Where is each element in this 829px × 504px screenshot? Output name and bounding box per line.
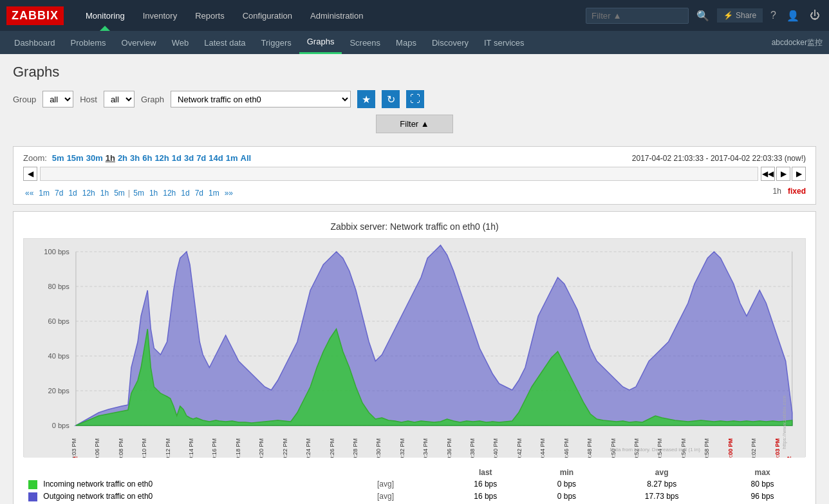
pag-1m-l[interactable]: 1m (37, 189, 51, 198)
nav-configuration[interactable]: Configuration (234, 0, 301, 31)
zoom-7d[interactable]: 7d (196, 153, 206, 163)
favorite-button[interactable]: ★ (357, 90, 375, 108)
nav-left-double[interactable]: ◀◀ (761, 167, 775, 181)
tab-discovery[interactable]: Discovery (424, 31, 476, 54)
top-nav-links: Monitoring Inventory Reports Configurati… (77, 0, 586, 31)
pag-1h-r[interactable]: 1h (147, 189, 160, 198)
tab-latest-data[interactable]: Latest data (196, 31, 253, 54)
tab-overview[interactable]: Overview (114, 31, 164, 54)
svg-text:09:12 PM: 09:12 PM (165, 438, 171, 458)
pag-start[interactable]: «« (23, 189, 35, 198)
pag-12h-r[interactable]: 12h (161, 189, 178, 198)
nav-monitoring[interactable]: Monitoring (77, 0, 134, 31)
nav-left-button[interactable]: ◀ (23, 167, 37, 181)
zoom-1d[interactable]: 1d (172, 153, 182, 163)
svg-text:09:48 PM: 09:48 PM (586, 438, 593, 458)
tab-triggers[interactable]: Triggers (254, 31, 299, 54)
svg-text:09:34 PM: 09:34 PM (422, 438, 429, 458)
nav-bar-row: ◀ ◀◀ ▶ ▶ (23, 167, 806, 181)
zoom-controls: Zoom: 5m 15m 30m 1h 2h 3h 6h 12h 1d 3d 7… (23, 153, 251, 163)
nav-right-single[interactable]: ▶ (792, 167, 806, 181)
search-input[interactable] (586, 8, 689, 24)
user-icon[interactable]: 👤 (784, 7, 802, 24)
pag-12h-l[interactable]: 12h (80, 189, 97, 198)
pag-end[interactable]: »» (223, 189, 235, 198)
zoom-3h[interactable]: 3h (130, 153, 140, 163)
pag-5m-l[interactable]: 5m (112, 189, 127, 198)
zoom-30m[interactable]: 30m (86, 153, 103, 163)
share-button[interactable]: ⚡ Share (717, 8, 763, 23)
tab-problems[interactable]: Problems (63, 31, 114, 54)
zoom-section: Zoom: 5m 15m 30m 1h 2h 3h 6h 12h 1d 3d 7… (13, 146, 816, 205)
incoming-max: 80 bps (719, 478, 806, 490)
refresh-button[interactable]: ↻ (382, 90, 400, 108)
zoom-all[interactable]: All (241, 153, 252, 163)
tab-maps[interactable]: Maps (388, 31, 424, 54)
svg-text:10:00 PM: 10:00 PM (727, 438, 734, 458)
search-icon[interactable]: 🔍 (694, 7, 712, 24)
tab-it-services[interactable]: IT services (476, 31, 532, 54)
host-label: Host (80, 95, 97, 104)
zoom-1h[interactable]: 1h (106, 153, 115, 163)
nav-administration[interactable]: Administration (301, 0, 372, 31)
zoom-1m[interactable]: 1m (226, 153, 238, 163)
outgoing-last: 16 bps (442, 490, 529, 503)
pag-1d-l[interactable]: 1d (66, 189, 79, 198)
tab-dashboard[interactable]: Dashboard (6, 31, 63, 54)
zoom-6h[interactable]: 6h (142, 153, 152, 163)
nav-inventory[interactable]: Inventory (134, 0, 186, 31)
nav-reports[interactable]: Reports (186, 0, 234, 31)
zoom-2h[interactable]: 2h (118, 153, 127, 163)
svg-text:Data from history. Decreased i: Data from history. Decreased in 8 (1 in) (610, 447, 701, 453)
svg-text:04/02: 04/02 (72, 456, 79, 458)
filter-toggle[interactable]: Filter ▲ (376, 115, 453, 133)
tab-graphs[interactable]: Graphs (299, 31, 342, 54)
incoming-label: Incoming network traffic on eth0 (43, 480, 153, 489)
graph-title: Zabbix server: Network traffic on eth0 (… (23, 221, 806, 232)
outgoing-max: 96 bps (719, 490, 806, 503)
graph-select[interactable]: Network traffic on eth0 (171, 91, 351, 107)
svg-text:09:38 PM: 09:38 PM (469, 438, 476, 458)
pag-1d-r[interactable]: 1d (179, 189, 191, 198)
pag-5m-r[interactable]: 5m (131, 189, 146, 198)
pagination-links: «« 1m 7d 1d 12h 1h 5m | 5m 1h 12h 1d 7d … (23, 188, 235, 198)
svg-text:09:32 PM: 09:32 PM (399, 438, 405, 458)
zoom-14d[interactable]: 14d (209, 153, 223, 163)
graph-legend: last min avg max Incoming network traffi… (23, 467, 806, 504)
group-label: Group (13, 95, 36, 104)
group-select[interactable]: all (42, 91, 73, 107)
zoom-15m[interactable]: 15m (67, 153, 84, 163)
top-nav-right: 🔍 ⚡ Share ? 👤 ⏻ (586, 7, 823, 24)
outgoing-min: 0 bps (529, 490, 605, 503)
svg-text:40 bps: 40 bps (48, 352, 70, 360)
chart-svg: 100 bps 80 bps 60 bps 40 bps 20 bps 0 bp… (24, 239, 805, 458)
top-navigation: ZABBIX Monitoring Inventory Reports Conf… (0, 0, 829, 31)
help-icon[interactable]: ? (768, 7, 779, 24)
pag-1h-l[interactable]: 1h (98, 189, 111, 198)
tab-web[interactable]: Web (164, 31, 197, 54)
pag-1m-r[interactable]: 1m (207, 189, 221, 198)
nav-timeline-bar[interactable] (40, 167, 758, 181)
outgoing-label: Outgoing network traffic on eth0 (43, 492, 153, 501)
fullscreen-button[interactable]: ⛶ (406, 90, 424, 108)
legend-incoming: Incoming network traffic on eth0 [avg] 1… (23, 478, 806, 490)
svg-text:09:28 PM: 09:28 PM (352, 438, 359, 458)
pagination-row: «« 1m 7d 1d 12h 1h 5m | 5m 1h 12h 1d 7d … (23, 185, 806, 198)
nav-right-btn[interactable]: ▶ (776, 167, 790, 181)
incoming-color-box (28, 480, 37, 489)
zoom-5m[interactable]: 5m (52, 153, 64, 163)
pag-7d-l[interactable]: 7d (53, 189, 65, 198)
pag-7d-r[interactable]: 7d (193, 189, 205, 198)
svg-text:09:42 PM: 09:42 PM (516, 438, 523, 458)
svg-text:09:26 PM: 09:26 PM (329, 438, 335, 458)
tab-screens[interactable]: Screens (342, 31, 388, 54)
svg-text:09:14 PM: 09:14 PM (188, 438, 194, 458)
power-icon[interactable]: ⏻ (807, 7, 823, 24)
svg-text:09:58 PM: 09:58 PM (703, 438, 710, 458)
zoom-12h[interactable]: 12h (154, 153, 169, 163)
date-range: 2017-04-02 21:03:33 - 2017-04-02 22:03:3… (632, 154, 806, 163)
pag-fixed: fixed (788, 187, 806, 196)
svg-text:09:44 PM: 09:44 PM (539, 438, 546, 458)
host-select[interactable]: all (104, 91, 135, 107)
zoom-3d[interactable]: 3d (184, 153, 194, 163)
